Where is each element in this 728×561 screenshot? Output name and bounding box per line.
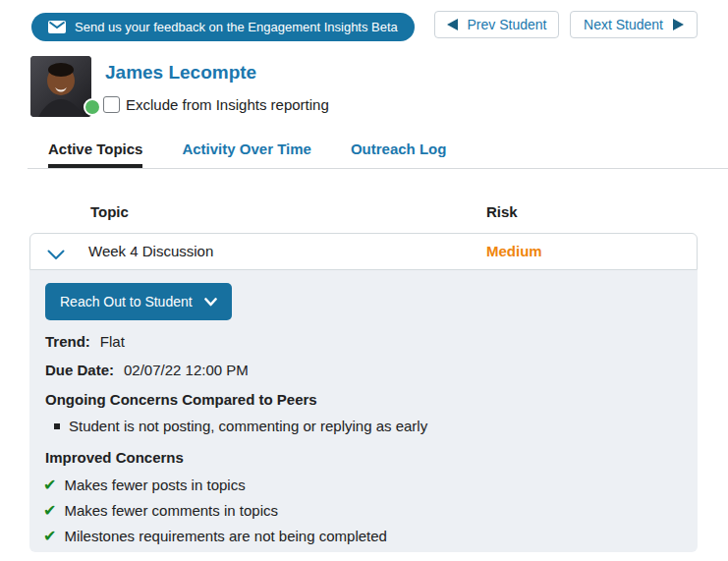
improved-concern-text: Makes fewer comments in topics	[64, 502, 278, 519]
tab-bar: Active Topics Activity Over Time Outreac…	[28, 139, 728, 169]
due-date-value: 02/07/22 12:00 PM	[124, 362, 249, 378]
next-student-label: Next Student	[584, 17, 663, 32]
topic-detail-panel: Reach Out to Student Trend: Flat Due Dat…	[29, 270, 698, 552]
ongoing-concern-item: Student is not posting, commenting or re…	[54, 418, 427, 434]
student-avatar	[30, 56, 91, 117]
prev-student-button[interactable]: Prev Student	[434, 11, 559, 38]
chevron-down-icon[interactable]	[47, 247, 65, 264]
ongoing-concerns-heading: Ongoing Concerns Compared to Peers	[45, 391, 317, 408]
exclude-checkbox[interactable]	[103, 96, 120, 113]
feedback-button-label: Send us your feedback on the Engagement …	[75, 20, 398, 34]
improved-concern-text: Makes fewer posts in topics	[64, 477, 245, 493]
trend-label: Trend:	[45, 333, 90, 350]
due-date-row: Due Date: 02/07/22 12:00 PM	[45, 362, 249, 378]
improved-concern-text: Milestones requirements are not being co…	[64, 528, 387, 544]
reach-out-button-label: Reach Out to Student	[60, 294, 193, 309]
next-student-button[interactable]: Next Student	[570, 11, 698, 38]
risk-column-header: Risk	[486, 203, 518, 220]
engagement-insights-page: Send us your feedback on the Engagement …	[0, 0, 728, 561]
online-status-dot	[84, 98, 101, 116]
chevron-down-icon	[204, 298, 217, 307]
topic-cell: Week 4 Discussion	[88, 243, 213, 259]
trend-row: Trend: Flat	[45, 333, 125, 350]
triangle-left-icon	[447, 19, 458, 30]
topic-column-header: Topic	[90, 203, 129, 220]
student-name: James Lecompte	[105, 62, 256, 84]
prev-student-label: Prev Student	[468, 17, 547, 32]
improved-concern-item: ✔ Makes fewer comments in topics	[43, 502, 278, 520]
risk-badge: Medium	[486, 243, 542, 259]
exclude-checkbox-label: Exclude from Insights reporting	[126, 96, 329, 113]
envelope-icon	[48, 21, 66, 33]
tab-active-topics[interactable]: Active Topics	[48, 139, 142, 168]
checkmark-icon: ✔	[43, 502, 56, 520]
improved-concern-item: ✔ Makes fewer posts in topics	[43, 477, 246, 494]
trend-value: Flat	[100, 333, 125, 350]
due-date-label: Due Date:	[45, 362, 114, 378]
feedback-button[interactable]: Send us your feedback on the Engagement …	[31, 13, 415, 41]
reach-out-button[interactable]: Reach Out to Student	[45, 283, 232, 320]
improved-concerns-heading: Improved Concerns	[45, 449, 184, 466]
ongoing-concern-text: Student is not posting, commenting or re…	[69, 418, 427, 434]
checkmark-icon: ✔	[43, 477, 56, 494]
checkmark-icon: ✔	[43, 528, 56, 545]
bullet-icon	[54, 423, 60, 429]
table-row: Week 4 Discussion Medium	[29, 233, 698, 270]
improved-concern-item: ✔ Milestones requirements are not being …	[43, 528, 387, 545]
triangle-right-icon	[673, 19, 684, 30]
tab-activity-over-time[interactable]: Activity Over Time	[182, 139, 310, 168]
tab-outreach-log[interactable]: Outreach Log	[351, 139, 447, 168]
